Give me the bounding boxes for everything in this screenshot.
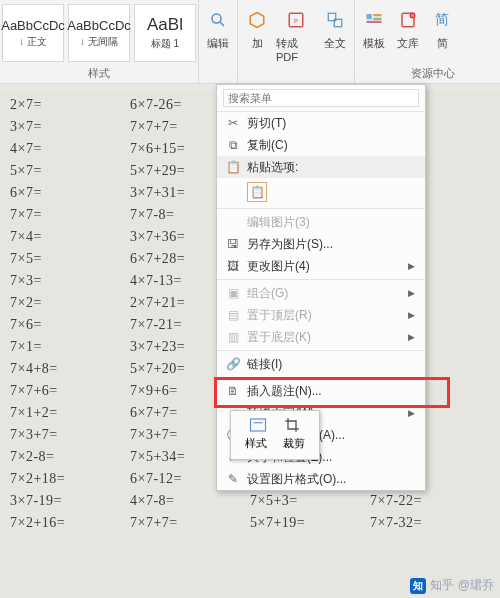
- group-icon: ▣: [223, 284, 243, 302]
- math-cell: 4×7=: [10, 142, 130, 156]
- math-cell: 7×7+7=: [130, 516, 250, 530]
- math-cell: 7×2+18=: [10, 472, 130, 486]
- pdf-button[interactable]: P 转成PDF: [276, 4, 316, 64]
- copy-icon: ⧉: [223, 136, 243, 154]
- addons-group: 加 P 转成PDF 全文: [238, 0, 355, 83]
- math-cell: 2×7=: [10, 98, 130, 112]
- math-cell: 6×7=: [10, 186, 130, 200]
- math-cell: 7×4+8=: [10, 362, 130, 376]
- edit-button[interactable]: 编辑: [203, 4, 233, 64]
- menu-paste-option[interactable]: 📋: [217, 178, 425, 206]
- chevron-right-icon: ▶: [408, 332, 415, 342]
- math-cell: 7×1=: [10, 340, 130, 354]
- hexagon-icon: [247, 10, 267, 30]
- math-cell: 7×3+7=: [10, 428, 130, 442]
- translate-icon: [325, 10, 345, 30]
- math-cell: 7×7+6=: [10, 384, 130, 398]
- style-button[interactable]: [247, 415, 269, 435]
- math-row: 3×7-19=4×7-8=7×5+3=7×7-22=: [10, 490, 490, 512]
- send-back-icon: ▥: [223, 328, 243, 346]
- menu-paste-options-label: 📋 粘贴选项:: [217, 156, 425, 178]
- resource-group-label: 资源中心: [411, 66, 455, 81]
- edit-icon: [223, 213, 243, 231]
- paste-icon: 📋: [223, 158, 243, 176]
- menu-search-input[interactable]: [223, 89, 419, 107]
- library-button[interactable]: N 文库: [393, 4, 423, 64]
- math-cell: 7×3=: [10, 274, 130, 288]
- math-cell: 7×4=: [10, 230, 130, 244]
- math-cell: 5×7+19=: [250, 516, 370, 530]
- menu-format-picture[interactable]: ✎ 设置图片格式(O)...: [217, 468, 425, 490]
- math-cell: 3×7-19=: [10, 494, 130, 508]
- math-cell: 7×5+3=: [250, 494, 370, 508]
- bring-front-icon: ▤: [223, 306, 243, 324]
- menu-insert-caption[interactable]: 🗎 插入题注(N)...: [217, 380, 425, 402]
- ribbon: AaBbCcDc ↓ 正文 AaBbCcDc ↓ 无间隔 AaBl 标题 1 样…: [0, 0, 500, 84]
- svg-line-1: [220, 22, 224, 26]
- menu-change-picture[interactable]: 🖼 更改图片(4) ▶: [217, 255, 425, 277]
- menu-group: ▣ 组合(G) ▶: [217, 282, 425, 304]
- menu-search[interactable]: [217, 85, 425, 112]
- chevron-right-icon: ▶: [408, 408, 415, 418]
- menu-cut[interactable]: ✂ 剪切(T): [217, 112, 425, 134]
- svg-text:P: P: [294, 18, 298, 24]
- addons-button[interactable]: 加: [242, 4, 272, 64]
- search-icon: [208, 10, 228, 30]
- style-no-spacing[interactable]: AaBbCcDc ↓ 无间隔: [68, 4, 130, 62]
- simplify-icon: 简: [432, 10, 452, 30]
- mini-toolbar: 样式 裁剪: [230, 410, 320, 460]
- math-cell: 7×7=: [10, 208, 130, 222]
- svg-rect-9: [373, 18, 381, 20]
- menu-edit-picture: 编辑图片(3): [217, 211, 425, 233]
- math-cell: 7×6=: [10, 318, 130, 332]
- svg-rect-14: [251, 419, 266, 431]
- math-cell: 7×7-32=: [370, 516, 490, 530]
- svg-rect-10: [367, 21, 382, 23]
- link-icon: 🔗: [223, 355, 243, 373]
- chevron-right-icon: ▶: [408, 288, 415, 298]
- svg-rect-7: [367, 14, 372, 19]
- style-label: 样式: [245, 436, 267, 451]
- math-cell: 7×2-8=: [10, 450, 130, 464]
- format-icon: ✎: [223, 470, 243, 488]
- menu-link[interactable]: 🔗 链接(I): [217, 353, 425, 375]
- svg-rect-8: [373, 14, 381, 16]
- math-cell: 7×7-22=: [370, 494, 490, 508]
- zhihu-watermark: 知 知乎 @珺乔: [410, 577, 494, 594]
- pdf-icon: P: [286, 10, 306, 30]
- chevron-right-icon: ▶: [408, 261, 415, 271]
- chevron-right-icon: ▶: [408, 310, 415, 320]
- svg-point-0: [212, 14, 221, 23]
- menu-copy[interactable]: ⧉ 复制(C): [217, 134, 425, 156]
- caption-icon: 🗎: [223, 382, 243, 400]
- menu-bring-front: ▤ 置于顶层(R) ▶: [217, 304, 425, 326]
- crop-button[interactable]: [281, 415, 303, 435]
- svg-text:N: N: [411, 14, 414, 18]
- crop-label: 裁剪: [283, 436, 305, 451]
- style-heading1[interactable]: AaBl 标题 1: [134, 4, 196, 62]
- clipboard-icon: 📋: [247, 182, 267, 202]
- math-row: 7×2+16=7×7+7=5×7+19=7×7-32=: [10, 512, 490, 534]
- styles-group-label: 样式: [0, 66, 198, 81]
- math-cell: 4×7-8=: [130, 494, 250, 508]
- math-cell: 3×7=: [10, 120, 130, 134]
- template-icon: [364, 10, 384, 30]
- fulltext-button[interactable]: 全文: [320, 4, 350, 64]
- math-cell: 7×1+2=: [10, 406, 130, 420]
- menu-save-as-picture[interactable]: 🖫 另存为图片(S)...: [217, 233, 425, 255]
- math-cell: 7×2+16=: [10, 516, 130, 530]
- resource-group: 模板 N 文库 简 简 资源中心: [355, 0, 461, 83]
- styles-group: AaBbCcDc ↓ 正文 AaBbCcDc ↓ 无间隔 AaBl 标题 1 样…: [0, 0, 199, 83]
- library-icon: N: [398, 10, 418, 30]
- math-cell: 7×5=: [10, 252, 130, 266]
- save-icon: 🖫: [223, 235, 243, 253]
- template-button[interactable]: 模板: [359, 4, 389, 64]
- simplify-button[interactable]: 简 简: [427, 4, 457, 64]
- svg-marker-2: [250, 13, 264, 28]
- zhihu-logo-icon: 知: [410, 578, 426, 594]
- editing-group: 编辑: [199, 0, 238, 83]
- style-normal[interactable]: AaBbCcDc ↓ 正文: [2, 4, 64, 62]
- math-cell: 7×2=: [10, 296, 130, 310]
- menu-send-back: ▥ 置于底层(K) ▶: [217, 326, 425, 348]
- math-cell: 5×7=: [10, 164, 130, 178]
